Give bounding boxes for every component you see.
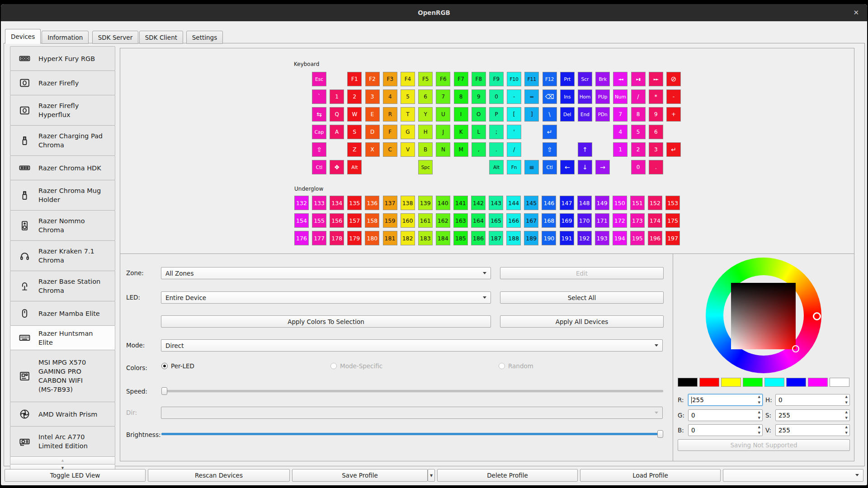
- tab-settings[interactable]: Settings: [186, 31, 223, 44]
- key-0[interactable]: 0: [489, 89, 504, 104]
- underglow-led-136[interactable]: 136: [365, 196, 379, 210]
- underglow-led-145[interactable]: 145: [524, 196, 538, 210]
- sidebar-item-razer-base-station-chroma[interactable]: Razer Base Station Chroma: [10, 271, 115, 301]
- key-5[interactable]: 5: [631, 125, 646, 139]
- underglow-led-151[interactable]: 151: [630, 196, 645, 210]
- color-swatch-00ffff[interactable]: [764, 378, 784, 387]
- mute-key-icon[interactable]: ⊘: [666, 72, 681, 86]
- key-/[interactable]: /: [631, 89, 646, 104]
- underglow-led-138[interactable]: 138: [401, 196, 415, 210]
- underglow-led-139[interactable]: 139: [418, 196, 433, 210]
- underglow-led-153[interactable]: 153: [665, 196, 680, 210]
- key-a[interactable]: A: [330, 125, 344, 139]
- playpause-key-icon[interactable]: ►▮: [631, 72, 646, 86]
- key-f6[interactable]: F6: [436, 72, 450, 86]
- key-c[interactable]: C: [383, 142, 397, 157]
- key-m[interactable]: M: [454, 142, 468, 157]
- sidebar-item-intel-arc-a770-limited-edition[interactable]: Intel Arc A770 Limited Edition: [10, 426, 115, 457]
- underglow-led-171[interactable]: 171: [595, 213, 609, 228]
- key-x[interactable]: X: [365, 142, 380, 157]
- key-8[interactable]: 8: [454, 89, 468, 104]
- win-key-icon[interactable]: ❖: [330, 160, 344, 174]
- underglow-led-132[interactable]: 132: [294, 196, 309, 210]
- underglow-led-166[interactable]: 166: [506, 213, 521, 228]
- key-pup[interactable]: PUp: [595, 89, 610, 104]
- key-s[interactable]: S: [347, 125, 362, 139]
- key-hom[interactable]: Hom: [578, 89, 592, 104]
- underglow-led-144[interactable]: 144: [506, 196, 521, 210]
- key-6[interactable]: 6: [418, 89, 433, 104]
- color-swatch-000000[interactable]: [678, 378, 698, 387]
- key-2[interactable]: 2: [347, 89, 362, 104]
- underglow-led-133[interactable]: 133: [312, 196, 326, 210]
- saturation-value-square[interactable]: [731, 283, 796, 349]
- key-1[interactable]: 1: [613, 142, 627, 157]
- underglow-led-150[interactable]: 150: [613, 196, 627, 210]
- key-num[interactable]: Num: [613, 89, 627, 104]
- key-=[interactable]: =: [524, 89, 539, 104]
- key-][interactable]: ]: [524, 107, 539, 122]
- key-z[interactable]: Z: [347, 142, 362, 157]
- underglow-led-193[interactable]: 193: [595, 231, 609, 245]
- underglow-led-177[interactable]: 177: [312, 231, 326, 245]
- key-4[interactable]: 4: [383, 89, 397, 104]
- key-f5[interactable]: F5: [418, 72, 433, 86]
- underglow-led-148[interactable]: 148: [577, 196, 592, 210]
- key-p[interactable]: P: [489, 107, 504, 122]
- key-8[interactable]: 8: [631, 107, 646, 122]
- key-r[interactable]: R: [383, 107, 397, 122]
- spinner-arrows-icon[interactable]: ▲▼: [758, 395, 760, 404]
- select-all-button[interactable]: Select All: [500, 291, 664, 304]
- underglow-led-162[interactable]: 162: [436, 213, 450, 228]
- underglow-led-164[interactable]: 164: [471, 213, 486, 228]
- menu-key-icon[interactable]: ≡: [524, 160, 539, 174]
- underglow-led-168[interactable]: 168: [542, 213, 556, 228]
- brightness-slider[interactable]: [161, 433, 663, 435]
- key-g[interactable]: G: [401, 125, 415, 139]
- key-[[interactable]: [: [507, 107, 521, 122]
- underglow-led-176[interactable]: 176: [294, 231, 309, 245]
- underglow-led-181[interactable]: 181: [383, 231, 397, 245]
- right-key-icon[interactable]: →: [595, 160, 610, 174]
- sv-handle[interactable]: [792, 345, 799, 352]
- underglow-led-141[interactable]: 141: [453, 196, 468, 210]
- sidebar-item-hyperx-fury-rgb[interactable]: HyperX Fury RGB: [10, 46, 115, 71]
- underglow-led-160[interactable]: 160: [401, 213, 415, 228]
- enter-key-icon[interactable]: ↵: [542, 125, 557, 139]
- key-alt[interactable]: Alt: [347, 160, 362, 174]
- underglow-led-197[interactable]: 197: [665, 231, 680, 245]
- sidebar-item-razer-mamba-elite[interactable]: Razer Mamba Elite: [10, 301, 115, 326]
- underglow-led-163[interactable]: 163: [453, 213, 468, 228]
- hue-handle[interactable]: [813, 312, 821, 320]
- tab-sdk-server[interactable]: SDK Server: [92, 31, 138, 44]
- enter-key-icon[interactable]: ↵: [666, 142, 681, 157]
- key-/[interactable]: /: [507, 142, 521, 157]
- underglow-led-170[interactable]: 170: [577, 213, 592, 228]
- key-b[interactable]: B: [418, 142, 433, 157]
- radio-per-led[interactable]: Per-LED: [161, 362, 194, 370]
- underglow-led-180[interactable]: 180: [365, 231, 379, 245]
- underglow-led-154[interactable]: 154: [294, 213, 309, 228]
- key-f7[interactable]: F7: [454, 72, 468, 86]
- underglow-led-140[interactable]: 140: [436, 196, 450, 210]
- key-h[interactable]: H: [418, 125, 433, 139]
- underglow-led-175[interactable]: 175: [665, 213, 680, 228]
- up-key-icon[interactable]: ↑: [578, 142, 592, 157]
- sidebar-item-razer-charging-pad-chroma[interactable]: Razer Charging Pad Chroma: [10, 125, 115, 156]
- v-value-input[interactable]: 255▲▼: [775, 424, 850, 436]
- key-cap[interactable]: Cap: [312, 125, 326, 139]
- key-`[interactable]: `: [312, 89, 326, 104]
- underglow-led-156[interactable]: 156: [330, 213, 344, 228]
- underglow-led-194[interactable]: 194: [613, 231, 627, 245]
- underglow-led-167[interactable]: 167: [524, 213, 538, 228]
- key-6[interactable]: 6: [649, 125, 663, 139]
- h-value-input[interactable]: 0▲▼: [775, 394, 850, 406]
- b-value-input[interactable]: 0▲▼: [688, 424, 763, 436]
- underglow-led-186[interactable]: 186: [471, 231, 486, 245]
- led-select[interactable]: Entire Device: [161, 291, 491, 304]
- tab-sdk-client[interactable]: SDK Client: [139, 31, 183, 44]
- underglow-led-169[interactable]: 169: [560, 213, 574, 228]
- underglow-led-137[interactable]: 137: [383, 196, 397, 210]
- color-swatch-ffffff[interactable]: [830, 378, 849, 387]
- underglow-led-182[interactable]: 182: [401, 231, 415, 245]
